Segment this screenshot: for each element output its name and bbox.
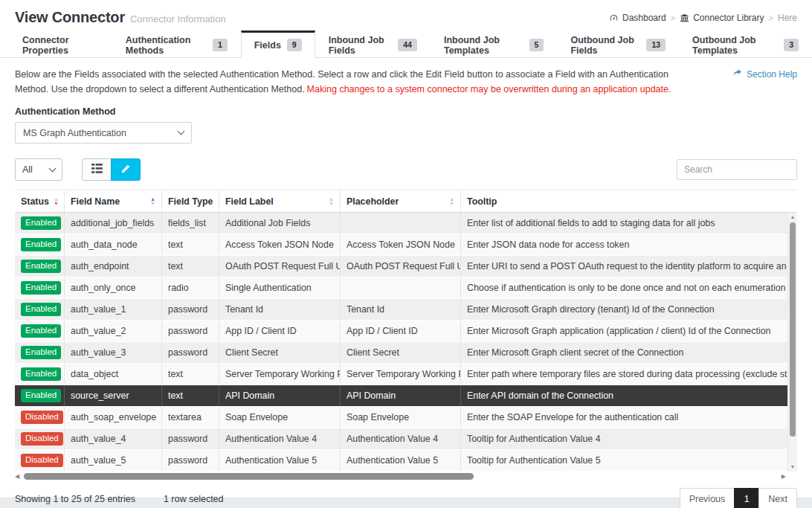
scroll-right-icon[interactable]: ▶ [782, 473, 786, 480]
view-connector-page: View ConnectorConnector Information Dash… [0, 0, 812, 498]
table-row[interactable]: Enableddata_objecttextServer Temporary W… [15, 364, 797, 385]
pagination-page-1-button[interactable]: 1 [734, 488, 759, 508]
table-row[interactable]: Enabledauth_endpointtextOAuth POST Reque… [15, 256, 797, 277]
section-help-label: Section Help [747, 69, 797, 80]
table-row[interactable]: Disabledauth_soap_envelopetextareaSoap E… [15, 407, 797, 428]
chevron-down-icon [49, 164, 57, 172]
status-filter-select[interactable]: All [15, 158, 62, 181]
warning-text: Making changes to a system connector may… [307, 84, 671, 94]
column-header-field-name[interactable]: Field Name▲▼ [65, 190, 162, 212]
tab-inbound-job-templates[interactable]: Inbound Job Templates5 [431, 30, 558, 58]
table-row[interactable]: Disabledauth_value_4passwordAuthenticati… [15, 428, 797, 450]
tab-fields[interactable]: Fields9 [241, 30, 315, 58]
breadcrumb-separator: > [671, 13, 675, 22]
scroll-up-icon[interactable]: ▲ [788, 213, 797, 222]
tab-inbound-job-fields[interactable]: Inbound Job Fields44 [315, 30, 431, 58]
section-help-link[interactable]: Section Help [732, 68, 797, 80]
column-label: Tooltip [467, 196, 497, 207]
cell-field-type: password [162, 450, 219, 471]
tab-label: Fields [254, 40, 281, 51]
horizontal-scrollbar-thumb[interactable] [24, 473, 474, 480]
cell-placeholder: Server Temporary Working Path [341, 364, 461, 385]
horizontal-scrollbar[interactable]: ◀ ▶ [15, 472, 797, 482]
vertical-scrollbar-thumb[interactable] [790, 222, 796, 437]
tab-authentication-methods[interactable]: Authentication Methods1 [112, 30, 241, 58]
breadcrumb-dashboard[interactable]: Dashboard [609, 13, 666, 23]
column-header-tooltip[interactable]: Tooltip [461, 190, 797, 212]
column-header-status[interactable]: Status▲▼ [15, 190, 65, 212]
cell-status: Enabled [15, 364, 65, 385]
bank-icon [680, 13, 689, 22]
auth-method-selected-value: MS Graph Authentication [23, 128, 126, 138]
column-label: Field Label [225, 196, 274, 207]
cell-placeholder: Tenant Id [341, 299, 461, 320]
cell-field-label: Access Token JSON Node [219, 234, 341, 255]
scroll-down-icon[interactable]: ▼ [788, 463, 797, 472]
cell-field-type: password [162, 299, 219, 320]
cell-field-type: password [162, 321, 219, 341]
cell-field-label: Single Authentication [219, 277, 341, 298]
search-input[interactable] [677, 159, 797, 180]
cell-field-label: API Domain [219, 385, 341, 406]
cell-field-label: Tenant Id [219, 299, 341, 320]
cell-field-name: auth_value_2 [65, 321, 162, 341]
cell-placeholder: OAuth POST Request Full URI [341, 256, 461, 277]
cell-field-name: auth_value_4 [65, 428, 162, 449]
sort-icon: ▲▼ [329, 197, 334, 205]
tab-label: Inbound Job Templates [444, 35, 523, 56]
section-description: Below are the Fields associated with the… [15, 67, 695, 97]
cell-placeholder: Client Secret [341, 342, 461, 363]
chevron-down-icon [178, 128, 185, 135]
authentication-method-select[interactable]: MS Graph Authentication [15, 122, 192, 144]
tab-bar: Connector PropertiesAuthentication Metho… [0, 30, 812, 58]
sort-desc-icon: ▼ [329, 202, 334, 205]
tab-outbound-job-templates[interactable]: Outbound Job Templates3 [679, 30, 812, 58]
table-row[interactable]: Enabledauth_value_3passwordClient Secret… [15, 342, 797, 364]
column-header-field-label[interactable]: Field Label▲▼ [219, 190, 341, 212]
column-header-placeholder[interactable]: Placeholder▲▼ [341, 190, 461, 212]
cell-field-label: Authentication Value 5 [219, 450, 341, 471]
cell-field-label: Client Secret [219, 342, 341, 363]
filter-selected-value: All [22, 164, 33, 175]
tab-label: Outbound Job Fields [570, 35, 640, 56]
table-row[interactable]: Enabledauth_value_2passwordApp ID / Clie… [15, 321, 797, 342]
cell-field-name: auth_value_3 [65, 342, 162, 363]
pagination-next-button[interactable]: Next [758, 488, 797, 508]
cell-field-name: source_server [65, 385, 162, 406]
cell-field-label: Authentication Value 4 [219, 428, 341, 449]
cell-tooltip: Enter JSON data node for access token [461, 234, 797, 255]
cell-status: Enabled [15, 256, 65, 277]
tab-count-badge: 5 [529, 39, 544, 51]
intro-section: Below are the Fields associated with the… [0, 58, 812, 97]
column-label: Field Type [168, 196, 213, 207]
table-row[interactable]: Enabledauth_value_1passwordTenant IdTena… [15, 299, 797, 321]
cell-field-label: Server Temporary Working Path [219, 364, 341, 385]
pagination: Previous 1 Next [680, 488, 797, 508]
breadcrumb-separator: > [769, 13, 773, 22]
sort-icon: ▲▼ [54, 197, 59, 205]
tab-label: Outbound Job Templates [692, 35, 778, 56]
tab-outbound-job-fields[interactable]: Outbound Job Fields13 [557, 30, 679, 58]
column-header-field-type[interactable]: Field Type▲▼ [162, 190, 219, 212]
cell-tooltip: Enter Microsoft Graph directory (tenant)… [461, 299, 797, 320]
cell-field-label: Additional Job Fields [219, 213, 341, 234]
page-title: View Connector [15, 9, 125, 25]
tab-connector-properties[interactable]: Connector Properties [9, 30, 112, 58]
pagination-previous-button[interactable]: Previous [680, 488, 735, 508]
list-view-button[interactable] [82, 158, 112, 181]
vertical-scrollbar[interactable]: ▲ ▼ [787, 213, 797, 472]
table-row[interactable]: Enabledadditional_job_fieldsfields_listA… [15, 213, 797, 234]
table-row[interactable]: Enabledsource_servertextAPI DomainAPI Do… [15, 385, 797, 407]
edit-field-button[interactable] [111, 158, 141, 181]
share-arrow-icon [732, 68, 742, 80]
cell-status: Disabled [15, 428, 65, 449]
selection-info: 1 row selected [164, 494, 224, 504]
sort-icon: ▲▼ [449, 197, 454, 205]
table-row[interactable]: Disabledauth_value_5passwordAuthenticati… [15, 450, 797, 472]
column-label: Status [21, 196, 49, 207]
breadcrumb-connector-library[interactable]: Connector Library [680, 13, 764, 23]
table-row[interactable]: Enabledauth_only_onceradioSingle Authent… [15, 277, 797, 299]
scroll-left-icon[interactable]: ◀ [15, 473, 19, 480]
table-row[interactable]: Enabledauth_data_nodetextAccess Token JS… [15, 234, 797, 256]
cell-field-type: password [162, 428, 219, 449]
